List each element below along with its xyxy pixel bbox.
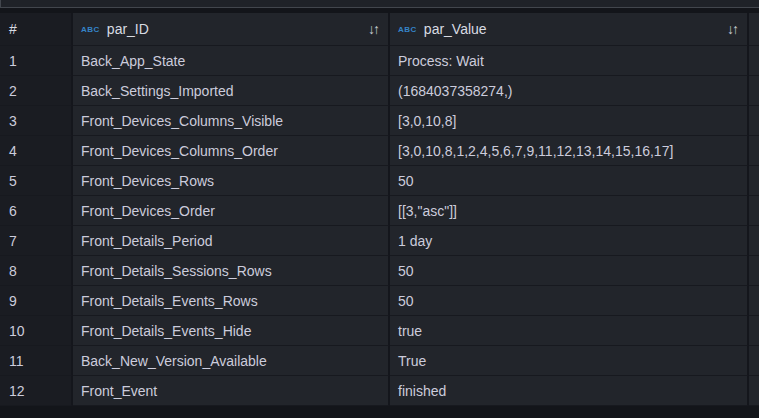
- row-gutter: [749, 376, 759, 406]
- par-id-cell: Front_Devices_Rows: [73, 166, 390, 196]
- table-row: 11 Back_New_Version_Available True: [0, 346, 759, 376]
- par-value-cell: [3,0,10,8,1,2,4,5,6,7,9,11,12,13,14,15,1…: [390, 136, 749, 166]
- header-cell-index: #: [0, 13, 73, 46]
- table-row: 4 Front_Devices_Columns_Order [3,0,10,8,…: [0, 136, 759, 166]
- table-row: 6 Front_Devices_Order [[3,"asc"]]: [0, 196, 759, 226]
- row-index-cell: 1: [0, 46, 73, 76]
- table-row: 12 Front_Event finished: [0, 376, 759, 406]
- par-id-cell: Front_Devices_Order: [73, 196, 390, 226]
- panel-above-edge: [0, 0, 759, 8]
- par-value-cell: Process: Wait: [390, 46, 749, 76]
- table-row: 8 Front_Details_Sessions_Rows 50: [0, 256, 759, 286]
- par-value-cell: (1684037358274,): [390, 76, 749, 106]
- par-value-cell: True: [390, 346, 749, 376]
- sort-toggle-icon[interactable]: ↓↑: [727, 21, 739, 37]
- row-index-cell: 5: [0, 166, 73, 196]
- par-value-cell: true: [390, 316, 749, 346]
- par-value-cell: 50: [390, 256, 749, 286]
- table-row: 7 Front_Details_Period 1 day: [0, 226, 759, 256]
- row-index-cell: 6: [0, 196, 73, 226]
- header-cell-par-id[interactable]: ABC par_ID ↓↑: [73, 13, 390, 46]
- par-id-cell: Back_New_Version_Available: [73, 346, 390, 376]
- table-row: 2 Back_Settings_Imported (1684037358274,…: [0, 76, 759, 106]
- string-type-icon: ABC: [81, 25, 100, 34]
- row-gutter: [749, 46, 759, 76]
- par-id-cell: Front_Devices_Columns_Visible: [73, 106, 390, 136]
- table-row: 10 Front_Details_Events_Hide true: [0, 316, 759, 346]
- par-id-cell: Front_Event: [73, 376, 390, 406]
- row-index-cell: 4: [0, 136, 73, 166]
- table-header-row: # ABC par_ID ↓↑ ABC par_Value ↓↑: [0, 13, 759, 46]
- row-index-cell: 12: [0, 376, 73, 406]
- header-gutter: [749, 13, 759, 46]
- row-gutter: [749, 286, 759, 316]
- par-id-cell: Back_App_State: [73, 46, 390, 76]
- row-gutter: [749, 76, 759, 106]
- row-gutter: [749, 346, 759, 376]
- row-gutter: [749, 106, 759, 136]
- par-value-cell: 1 day: [390, 226, 749, 256]
- row-index-cell: 3: [0, 106, 73, 136]
- table-row: 3 Front_Devices_Columns_Visible [3,0,10,…: [0, 106, 759, 136]
- table-row: 9 Front_Details_Events_Rows 50: [0, 286, 759, 316]
- table-row: 1 Back_App_State Process: Wait: [0, 46, 759, 76]
- row-index-cell: 7: [0, 226, 73, 256]
- par-value-cell: [3,0,10,8]: [390, 106, 749, 136]
- par-id-cell: Front_Details_Events_Hide: [73, 316, 390, 346]
- par-id-cell: Back_Settings_Imported: [73, 76, 390, 106]
- row-index-cell: 8: [0, 256, 73, 286]
- par-value-cell: [[3,"asc"]]: [390, 196, 749, 226]
- sort-toggle-icon[interactable]: ↓↑: [368, 21, 380, 37]
- row-gutter: [749, 136, 759, 166]
- row-gutter: [749, 226, 759, 256]
- parameters-table: # ABC par_ID ↓↑ ABC par_Value ↓↑ 1 Back_…: [0, 13, 759, 406]
- row-gutter: [749, 166, 759, 196]
- par-value-column-label: par_Value: [424, 21, 487, 37]
- par-id-cell: Front_Details_Period: [73, 226, 390, 256]
- row-gutter: [749, 316, 759, 346]
- row-index-cell: 11: [0, 346, 73, 376]
- par-value-cell: 50: [390, 166, 749, 196]
- par-id-cell: Front_Details_Sessions_Rows: [73, 256, 390, 286]
- row-index-cell: 9: [0, 286, 73, 316]
- par-value-cell: finished: [390, 376, 749, 406]
- header-cell-par-value[interactable]: ABC par_Value ↓↑: [390, 13, 749, 46]
- par-id-cell: Front_Details_Events_Rows: [73, 286, 390, 316]
- row-index-cell: 2: [0, 76, 73, 106]
- par-id-cell: Front_Devices_Columns_Order: [73, 136, 390, 166]
- row-index-cell: 10: [0, 316, 73, 346]
- par-id-column-label: par_ID: [107, 21, 149, 37]
- row-gutter: [749, 196, 759, 226]
- row-gutter: [749, 256, 759, 286]
- string-type-icon: ABC: [398, 25, 417, 34]
- table-row: 5 Front_Devices_Rows 50: [0, 166, 759, 196]
- table-body: 1 Back_App_State Process: Wait 2 Back_Se…: [0, 46, 759, 406]
- par-value-cell: 50: [390, 286, 749, 316]
- index-column-label: #: [9, 21, 17, 37]
